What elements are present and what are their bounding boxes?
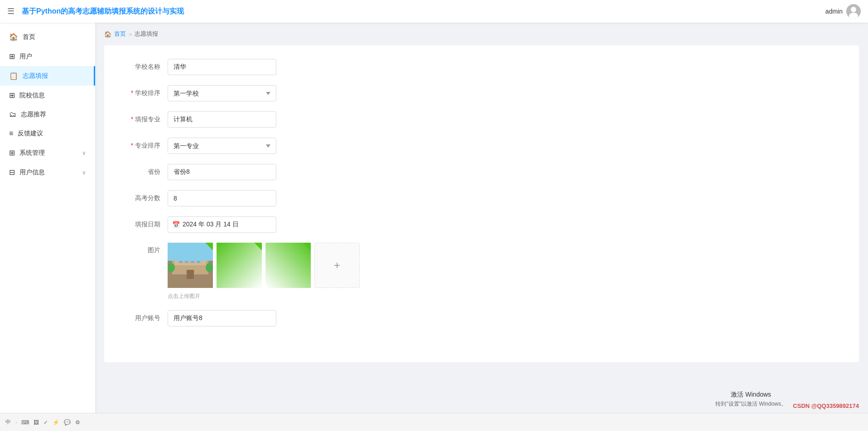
sidebar-item-label: 用户信息 — [19, 168, 45, 177]
major-order-select[interactable]: 第一专业 第二专业 第三专业 — [168, 138, 276, 154]
svg-point-13 — [168, 263, 175, 272]
taskbar-icon-gear[interactable]: ⚙ — [75, 419, 80, 426]
feedback-icon: ≡ — [9, 129, 13, 138]
sidebar-item-xitong-guanli[interactable]: ⊞ 系统管理 ∨ — [0, 143, 95, 163]
image-thumb-3[interactable] — [265, 243, 311, 288]
main-content: 🏠 首页 » 志愿填报 学校名称 学校排序 第一学校 第二学校 第三学校 — [95, 23, 868, 431]
sidebar-item-yuanxiao-xinxi[interactable]: ⊞ 院校信息 — [0, 86, 95, 105]
svg-rect-12 — [187, 270, 194, 279]
taskbar-icon-bolt[interactable]: ⚡ — [53, 419, 59, 426]
activate-subtitle: 转到"设置"以激活 Windows。 — [715, 400, 786, 408]
taskbar-icon-dot[interactable]: · — [15, 419, 17, 426]
image-upload-area: + — [168, 243, 360, 288]
school-name-input[interactable] — [168, 59, 276, 75]
province-input[interactable] — [168, 164, 276, 180]
image-label: 图片 — [122, 243, 168, 254]
taskbar-icon-check[interactable]: ✓ — [43, 419, 48, 426]
breadcrumb: 🏠 首页 » 志愿填报 — [104, 30, 859, 38]
taskbar-icon-img[interactable]: 🖼 — [34, 419, 39, 426]
school-grid-icon: ⊞ — [9, 91, 15, 100]
school-order-row: 学校排序 第一学校 第二学校 第三学校 — [122, 85, 841, 101]
activate-notice: 激活 Windows 转到"设置"以激活 Windows。 — [715, 389, 786, 408]
app-title: 基于Python的高考志愿辅助填报系统的设计与实现 — [22, 7, 184, 16]
school-name-row: 学校名称 — [122, 59, 841, 75]
user-info-icon: ⊟ — [9, 168, 15, 177]
upload-hint: 点击上传图片 — [168, 292, 360, 300]
plus-icon: + — [334, 259, 340, 272]
menu-toggle-icon[interactable]: ☰ — [7, 6, 14, 16]
breadcrumb-current: 志愿填报 — [135, 30, 158, 38]
breadcrumb-home-icon: 🏠 — [104, 31, 111, 38]
taskbar-icon-chat[interactable]: 💬 — [64, 419, 71, 426]
major-order-label: 专业排序 — [122, 142, 168, 150]
activate-title: 激活 Windows — [715, 389, 786, 399]
score-row: 高考分数 — [122, 190, 841, 206]
csdn-watermark: CSDN @QQ3359892174 — [793, 402, 859, 409]
breadcrumb-separator: » — [129, 31, 132, 38]
image-upload-section: + 点击上传图片 — [168, 243, 360, 300]
school-order-label: 学校排序 — [122, 89, 168, 97]
sidebar-item-yonghu-xinxi[interactable]: ⊟ 用户信息 ∨ — [0, 163, 95, 182]
sidebar-item-zhiyuan-tianbao[interactable]: 📋 志愿填报 — [0, 66, 95, 86]
header-right: admin — [825, 4, 861, 19]
home-icon: 🏠 — [9, 33, 18, 41]
breadcrumb-home-link[interactable]: 首页 — [114, 30, 126, 38]
major-input[interactable] — [168, 111, 276, 128]
layout: 🏠 首页 ⊞ 用户 📋 志愿填报 ⊞ 院校信息 🗂 志愿推荐 ≡ 反馈建议 ⊞ … — [0, 23, 868, 431]
form-card: 学校名称 学校排序 第一学校 第二学校 第三学校 填报专业 专业排序 — [104, 45, 859, 362]
taskbar-icon-mic[interactable]: ⌨ — [21, 419, 29, 426]
svg-point-14 — [206, 263, 213, 272]
major-label: 填报专业 — [122, 115, 168, 124]
user-account-label: 用户账号 — [122, 314, 168, 322]
date-label: 填报日期 — [122, 220, 168, 229]
sidebar-item-label: 志愿填报 — [23, 72, 48, 80]
calendar-icon: 📅 — [172, 221, 180, 228]
major-row: 填报专业 — [122, 111, 841, 128]
user-account-input[interactable] — [168, 310, 276, 326]
image-1-corner — [202, 243, 213, 254]
province-label: 省份 — [122, 168, 168, 176]
sidebar-item-user[interactable]: ⊞ 用户 — [0, 47, 95, 66]
sidebar-item-label: 反馈建议 — [18, 129, 43, 138]
sidebar-item-label: 院校信息 — [19, 91, 45, 100]
taskbar: 中 · ⌨ 🖼 ✓ ⚡ 💬 ⚙ — [0, 413, 868, 431]
sidebar: 🏠 首页 ⊞ 用户 📋 志愿填报 ⊞ 院校信息 🗂 志愿推荐 ≡ 反馈建议 ⊞ … — [0, 23, 95, 431]
svg-point-1 — [851, 7, 856, 12]
sidebar-item-label: 志愿推荐 — [21, 110, 46, 119]
sidebar-item-label: 首页 — [23, 33, 35, 41]
image-row: 图片 — [122, 243, 841, 300]
avatar[interactable] — [846, 4, 861, 19]
image-thumb-1[interactable] — [168, 243, 213, 288]
sidebar-item-label: 用户 — [19, 53, 32, 61]
csdn-text: CSDN @QQ3359892174 — [793, 402, 859, 409]
admin-name: admin — [825, 8, 843, 15]
user-account-row: 用户账号 — [122, 310, 841, 326]
header: ☰ 基于Python的高考志愿辅助填报系统的设计与实现 admin — [0, 0, 868, 23]
date-input[interactable] — [168, 216, 276, 233]
school-name-label: 学校名称 — [122, 63, 168, 71]
sidebar-item-home[interactable]: 🏠 首页 — [0, 27, 95, 47]
recommend-icon: 🗂 — [9, 110, 16, 119]
image-thumb-2[interactable] — [217, 243, 262, 288]
image-3-corner — [300, 243, 311, 254]
form-icon: 📋 — [9, 72, 18, 80]
add-image-button[interactable]: + — [314, 243, 360, 288]
major-order-row: 专业排序 第一专业 第二专业 第三专业 — [122, 138, 841, 154]
score-label: 高考分数 — [122, 194, 168, 202]
province-row: 省份 — [122, 164, 841, 180]
expand-arrow-icon-2: ∨ — [82, 169, 86, 176]
sidebar-item-zhiyuan-tuijian[interactable]: 🗂 志愿推荐 — [0, 105, 95, 124]
taskbar-icon-zh[interactable]: 中 — [5, 418, 11, 426]
date-row: 填报日期 📅 — [122, 216, 841, 233]
system-grid-icon: ⊞ — [9, 148, 15, 157]
image-2-corner — [251, 243, 262, 254]
school-order-select[interactable]: 第一学校 第二学校 第三学校 — [168, 85, 276, 101]
expand-arrow-icon: ∨ — [82, 150, 86, 156]
sidebar-item-label: 系统管理 — [19, 149, 45, 157]
sidebar-item-fankui-jianyi[interactable]: ≡ 反馈建议 — [0, 124, 95, 143]
date-wrapper: 📅 — [168, 216, 276, 233]
user-grid-icon: ⊞ — [9, 52, 15, 61]
score-input[interactable] — [168, 190, 276, 206]
